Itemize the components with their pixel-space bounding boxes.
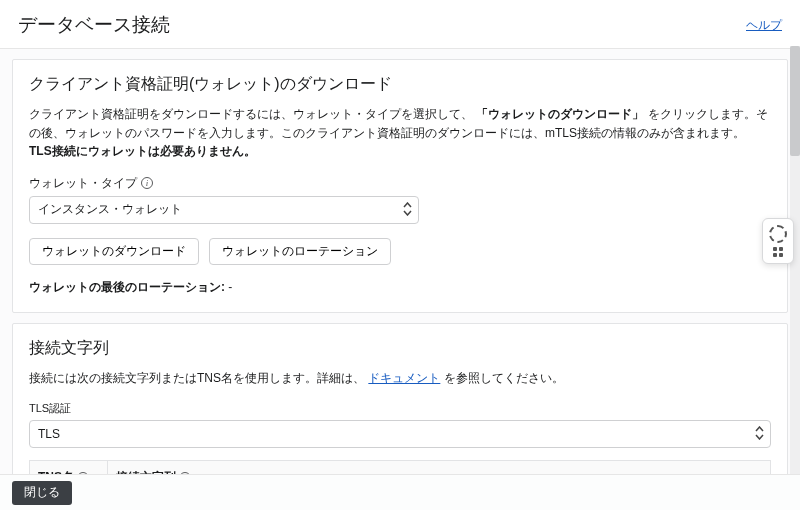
help-float-widget[interactable] bbox=[762, 218, 794, 264]
chevron-updown-icon bbox=[755, 426, 764, 442]
wallet-type-value: インスタンス・ウォレット bbox=[38, 201, 182, 218]
documentation-link[interactable]: ドキュメント bbox=[368, 371, 440, 385]
wallet-type-label: ウォレット・タイプ i bbox=[29, 175, 771, 192]
wallet-card-title: クライアント資格証明(ウォレット)のダウンロード bbox=[29, 74, 771, 95]
page-title: データベース接続 bbox=[18, 12, 170, 38]
help-link[interactable]: ヘルプ bbox=[746, 17, 782, 34]
tls-auth-value: TLS bbox=[38, 427, 60, 441]
grid-icon bbox=[773, 247, 783, 257]
connection-string-title: 接続文字列 bbox=[29, 338, 771, 359]
wallet-card-desc: クライアント資格証明をダウンロードするには、ウォレット・タイプを選択して、 「ウ… bbox=[29, 105, 771, 161]
scrollbar-thumb[interactable] bbox=[790, 46, 800, 156]
download-wallet-button[interactable]: ウォレットのダウンロード bbox=[29, 238, 199, 265]
info-icon[interactable]: i bbox=[141, 177, 153, 189]
last-rotation-line: ウォレットの最後のローテーション: - bbox=[29, 279, 771, 296]
close-button[interactable]: 閉じる bbox=[12, 481, 72, 505]
chevron-updown-icon bbox=[403, 202, 412, 218]
connection-string-desc: 接続には次の接続文字列またはTNS名を使用します。詳細は、 ドキュメント を参照… bbox=[29, 369, 771, 388]
tls-auth-label: TLS認証 bbox=[29, 401, 771, 416]
rotate-wallet-button[interactable]: ウォレットのローテーション bbox=[209, 238, 391, 265]
tls-auth-select[interactable]: TLS bbox=[29, 420, 771, 448]
wallet-type-select[interactable]: インスタンス・ウォレット bbox=[29, 196, 419, 224]
connection-string-card: 接続文字列 接続には次の接続文字列またはTNS名を使用します。詳細は、 ドキュメ… bbox=[12, 323, 788, 479]
lifesaver-icon bbox=[769, 225, 787, 243]
wallet-card: クライアント資格証明(ウォレット)のダウンロード クライアント資格証明をダウンロ… bbox=[12, 59, 788, 313]
